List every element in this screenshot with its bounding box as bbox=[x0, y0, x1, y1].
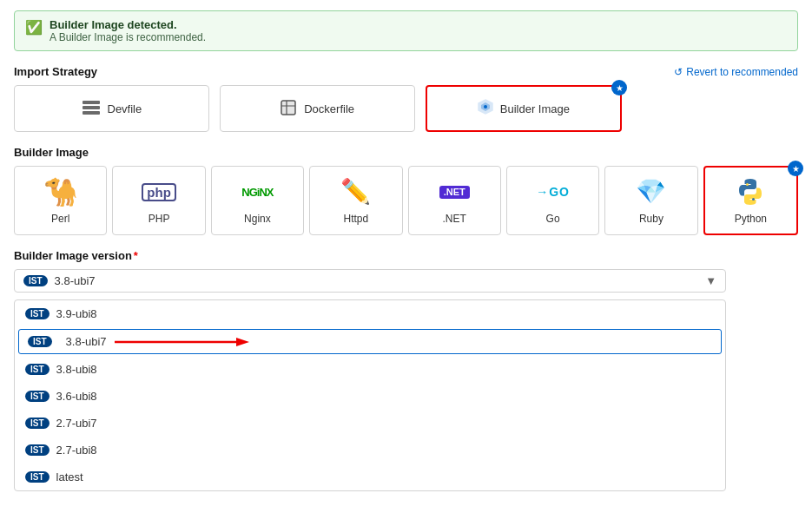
image-card-go[interactable]: →GO Go bbox=[506, 166, 599, 235]
revert-icon: ↺ bbox=[674, 66, 683, 78]
go-label: Go bbox=[546, 213, 560, 225]
check-circle-icon: ✅ bbox=[25, 19, 43, 36]
svg-point-8 bbox=[746, 183, 749, 186]
python-label: Python bbox=[735, 213, 767, 225]
php-icon: php bbox=[142, 176, 176, 207]
builder-image-section-label: Builder Image bbox=[14, 146, 798, 159]
version-item-label-0: 3.9-ubi8 bbox=[56, 307, 97, 320]
image-card-httpd[interactable]: ✏️ Httpd bbox=[309, 166, 402, 235]
net-icon: .NET bbox=[439, 176, 470, 207]
strategy-cards: Devfile Dockerfile ★ bbox=[14, 85, 798, 132]
alert-title: Builder Image detected. bbox=[50, 18, 206, 31]
svg-point-7 bbox=[484, 105, 487, 109]
image-card-python[interactable]: ★ Python bbox=[703, 166, 798, 235]
selected-version-text: 3.8-ubi7 bbox=[55, 274, 96, 287]
alert-body: A Builder Image is recommended. bbox=[50, 31, 206, 43]
image-card-php[interactable]: php PHP bbox=[112, 166, 205, 235]
ist-badge-2: IST bbox=[25, 364, 50, 375]
ist-badge-6: IST bbox=[25, 471, 50, 483]
version-item-label-6: latest bbox=[56, 470, 83, 483]
image-card-nginx[interactable]: NGiNX Nginx bbox=[211, 166, 304, 235]
ist-badge-4: IST bbox=[25, 418, 50, 429]
builder-image-version-label: Builder Image version* bbox=[14, 249, 798, 262]
ist-badge-5: IST bbox=[25, 444, 50, 456]
ist-badge-0: IST bbox=[25, 308, 50, 319]
perl-icon: 🐪 bbox=[43, 176, 78, 207]
version-dropdown: IST 3.9-ubi8 IST 3.8-ubi7 IST 3.8-ubi8 I… bbox=[14, 299, 726, 491]
ruby-icon: 💎 bbox=[636, 176, 666, 207]
builder-image-icon bbox=[478, 99, 493, 118]
version-item-2.7-ubi7[interactable]: IST 2.7-ubi7 bbox=[15, 410, 725, 437]
nginx-icon: NGiNX bbox=[241, 176, 273, 207]
svg-rect-3 bbox=[281, 101, 295, 115]
version-item-3.8-ubi7[interactable]: IST 3.8-ubi7 bbox=[18, 329, 722, 354]
import-strategy-label: Import Strategy bbox=[14, 65, 97, 78]
chevron-down-icon: ▼ bbox=[705, 274, 716, 287]
version-item-3.6-ubi8[interactable]: IST 3.6-ubi8 bbox=[15, 383, 725, 410]
httpd-icon: ✏️ bbox=[340, 176, 371, 207]
ist-badge-selected: IST bbox=[23, 275, 48, 286]
ruby-label: Ruby bbox=[639, 213, 663, 225]
revert-text: Revert to recommended bbox=[686, 66, 798, 78]
svg-rect-0 bbox=[83, 101, 100, 104]
ist-badge-1: IST bbox=[28, 336, 52, 347]
builder-image-label: Builder Image bbox=[500, 102, 570, 115]
version-item-3.8-ubi8[interactable]: IST 3.8-ubi8 bbox=[15, 356, 725, 383]
required-star: * bbox=[134, 249, 138, 262]
go-icon: →GO bbox=[536, 176, 570, 207]
version-item-label-4: 2.7-ubi7 bbox=[56, 417, 97, 430]
perl-label: Perl bbox=[51, 213, 69, 225]
strategy-card-builder-image[interactable]: ★ Builder Image bbox=[426, 85, 623, 132]
python-star: ★ bbox=[788, 161, 803, 176]
python-icon bbox=[736, 176, 765, 207]
import-strategy-header: Import Strategy ↺ Revert to recommended bbox=[14, 65, 798, 78]
svg-rect-2 bbox=[83, 111, 100, 115]
ist-badge-3: IST bbox=[25, 391, 50, 402]
httpd-label: Httpd bbox=[343, 213, 368, 225]
revert-link[interactable]: ↺ Revert to recommended bbox=[674, 66, 798, 78]
image-card-perl[interactable]: 🐪 Perl bbox=[14, 166, 107, 235]
dockerfile-icon bbox=[280, 99, 297, 119]
svg-rect-1 bbox=[83, 106, 100, 109]
devfile-label: Devfile bbox=[108, 102, 142, 115]
image-card-net[interactable]: .NET .NET bbox=[408, 166, 501, 235]
svg-point-9 bbox=[752, 198, 755, 201]
version-item-label-3: 3.6-ubi8 bbox=[56, 390, 97, 403]
strategy-card-devfile[interactable]: Devfile bbox=[14, 85, 209, 132]
image-card-ruby[interactable]: 💎 Ruby bbox=[604, 166, 697, 235]
svg-marker-11 bbox=[236, 338, 249, 346]
version-item-label-1: 3.8-ubi7 bbox=[66, 335, 107, 348]
version-item-3.9-ubi8[interactable]: IST 3.9-ubi8 bbox=[15, 300, 725, 327]
devfile-icon bbox=[82, 100, 101, 118]
version-item-label-5: 2.7-ubi8 bbox=[56, 444, 97, 457]
nginx-label: Nginx bbox=[244, 213, 271, 225]
version-item-label-2: 3.8-ubi8 bbox=[56, 363, 97, 376]
version-select-wrapper[interactable]: IST 3.8-ubi7 ▼ bbox=[14, 269, 798, 293]
alert-banner: ✅ Builder Image detected. A Builder Imag… bbox=[14, 10, 798, 51]
version-item-2.7-ubi8[interactable]: IST 2.7-ubi8 bbox=[15, 437, 725, 464]
dockerfile-label: Dockerfile bbox=[304, 102, 354, 115]
php-label: PHP bbox=[149, 213, 170, 225]
image-cards: 🐪 Perl php PHP NGiNX Nginx ✏️ Httpd bbox=[14, 166, 798, 235]
version-item-latest[interactable]: IST latest bbox=[15, 464, 725, 490]
strategy-card-dockerfile[interactable]: Dockerfile bbox=[220, 85, 415, 132]
net-label: .NET bbox=[443, 213, 466, 225]
builder-image-star: ★ bbox=[611, 80, 627, 95]
